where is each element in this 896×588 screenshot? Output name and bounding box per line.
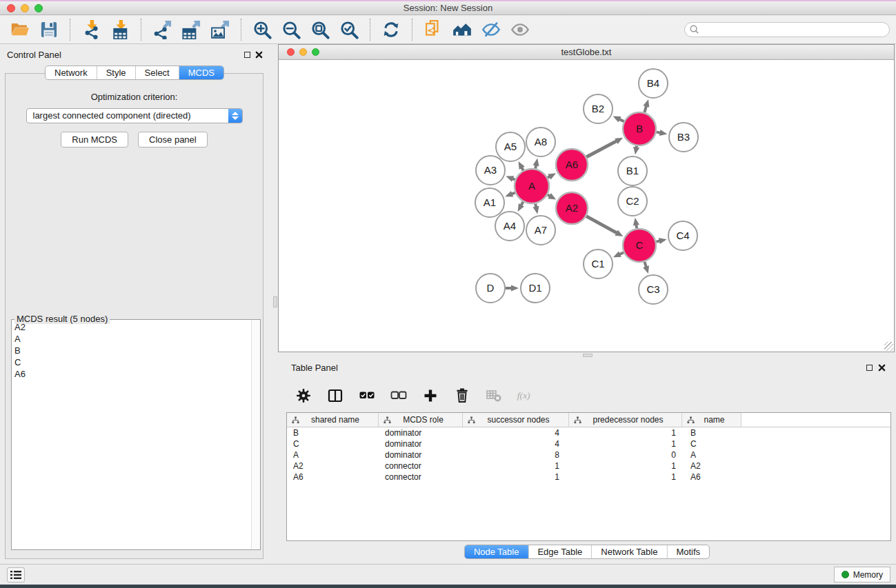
mcds-result-item[interactable]: C xyxy=(12,356,250,368)
control-panel-float-button[interactable] xyxy=(243,50,251,59)
graph-node-B3[interactable]: B3 xyxy=(669,123,698,152)
table-cell[interactable]: A2 xyxy=(287,460,379,472)
column-header-predecessor-nodes[interactable]: predecessor nodes xyxy=(569,413,682,427)
table-cell[interactable]: A6 xyxy=(682,472,741,483)
tab-select[interactable]: Select xyxy=(135,66,179,79)
table-tab-edge-table[interactable]: Edge Table xyxy=(528,545,591,558)
table-cell[interactable]: 0 xyxy=(569,449,682,460)
table-panel-close-button[interactable] xyxy=(877,363,886,372)
criterion-dropdown[interactable]: largest connected component (directed) xyxy=(26,108,243,123)
graph-edge-A-A4[interactable] xyxy=(518,202,524,212)
show-column-icon[interactable] xyxy=(326,387,344,405)
deselect-all-icon[interactable] xyxy=(390,387,407,405)
table-panel-float-button[interactable] xyxy=(865,363,873,372)
graph-edge-A6-B[interactable] xyxy=(586,138,623,157)
export-image-icon[interactable] xyxy=(210,19,230,40)
graph-node-A2[interactable]: A2 xyxy=(556,192,588,224)
table-cell[interactable]: connector xyxy=(379,460,463,472)
graph-node-C[interactable]: C xyxy=(623,229,656,262)
table-tab-node-table[interactable]: Node Table xyxy=(465,545,528,558)
graph-edge-B-B3[interactable] xyxy=(657,130,668,136)
graph-edge-B-B4[interactable] xyxy=(643,99,649,112)
table-cell[interactable]: A2 xyxy=(682,460,741,472)
graph-node-A7[interactable]: A7 xyxy=(526,216,555,245)
graph-edge-D-D1[interactable] xyxy=(506,285,519,291)
table-cell[interactable]: 1 xyxy=(463,460,569,472)
graph-node-A3[interactable]: A3 xyxy=(476,156,505,185)
task-history-button[interactable] xyxy=(7,567,25,582)
mcds-result-item[interactable]: A6 xyxy=(12,368,250,380)
table-cell[interactable]: connector xyxy=(379,472,463,483)
control-panel-close-button[interactable] xyxy=(255,50,263,59)
table-tab-motifs[interactable]: Motifs xyxy=(666,545,709,558)
graph-edge-C-C2[interactable] xyxy=(633,218,639,229)
graph-edge-A-A6[interactable] xyxy=(548,173,556,179)
table-cell[interactable]: dominator xyxy=(379,438,463,449)
graph-node-B4[interactable]: B4 xyxy=(639,69,668,98)
table-cell[interactable]: 1 xyxy=(569,472,682,483)
graph-node-C1[interactable]: C1 xyxy=(584,250,613,278)
select-all-icon[interactable] xyxy=(358,387,375,405)
tab-style[interactable]: Style xyxy=(97,66,135,79)
table-cell[interactable]: 1 xyxy=(569,438,682,449)
graph-edge-C-C4[interactable] xyxy=(656,238,666,244)
column-header-mcds-role[interactable]: MCDS role xyxy=(379,413,463,427)
table-cell[interactable]: B xyxy=(682,427,741,438)
table-cell[interactable]: A xyxy=(682,449,741,460)
table-cell[interactable]: 1 xyxy=(463,472,569,483)
graph-node-B[interactable]: B xyxy=(623,112,656,145)
graph-edge-C-C1[interactable] xyxy=(613,251,624,257)
graph-node-C3[interactable]: C3 xyxy=(639,275,668,304)
create-column-icon[interactable] xyxy=(421,387,439,405)
table-cell[interactable]: 4 xyxy=(463,427,569,438)
graph-node-D[interactable]: D xyxy=(476,274,505,303)
import-network-icon[interactable] xyxy=(81,19,101,40)
tab-mcds[interactable]: MCDS xyxy=(179,66,223,79)
table-cell[interactable]: C xyxy=(682,438,741,449)
graph-node-A8[interactable]: A8 xyxy=(526,128,555,156)
zoom-fit-icon[interactable] xyxy=(310,19,330,40)
mcds-result-scrollbar[interactable] xyxy=(251,320,260,549)
table-row[interactable]: A2connector11A2 xyxy=(287,460,890,472)
table-cell[interactable]: 8 xyxy=(463,449,569,460)
table-options-icon[interactable] xyxy=(295,387,312,405)
refresh-layout-icon[interactable] xyxy=(381,19,401,40)
graph-edge-A-A3[interactable] xyxy=(506,176,515,182)
graph-edge-C-C3[interactable] xyxy=(643,262,649,274)
graph-edge-A2-C[interactable] xyxy=(586,216,623,236)
graph-edge-A-A2[interactable] xyxy=(548,193,556,199)
table-cell[interactable]: 1 xyxy=(569,460,682,472)
graph-node-A5[interactable]: A5 xyxy=(496,132,525,161)
graph-edge-A-A8[interactable] xyxy=(533,159,539,169)
column-header-name[interactable]: name xyxy=(682,413,741,427)
network-canvas[interactable]: B4B2BB3A8A5A6A3B1AC2A1A2A4A7C4CC1C3DD1 xyxy=(279,61,893,351)
open-session-home-icon[interactable] xyxy=(452,19,472,40)
table-cell[interactable]: A xyxy=(287,449,379,460)
table-row[interactable]: Adominator80A xyxy=(287,449,890,460)
hide-selected-icon[interactable] xyxy=(481,19,501,40)
zoom-out-icon[interactable] xyxy=(281,19,301,40)
show-all-icon[interactable] xyxy=(510,19,530,40)
graph-node-B2[interactable]: B2 xyxy=(584,94,613,123)
table-cell[interactable]: dominator xyxy=(379,449,463,460)
table-cell[interactable]: dominator xyxy=(379,427,463,438)
graph-node-D1[interactable]: D1 xyxy=(521,274,550,303)
tab-network[interactable]: Network xyxy=(46,66,97,79)
close-panel-button[interactable]: Close panel xyxy=(138,132,208,148)
graph-edge-A-A1[interactable] xyxy=(505,191,515,197)
graph-edge-A-A5[interactable] xyxy=(519,161,525,170)
table-row[interactable]: Bdominator41B xyxy=(287,427,890,438)
network-resize-grip[interactable] xyxy=(884,342,893,351)
run-mcds-button[interactable]: Run MCDS xyxy=(61,132,128,148)
search-input[interactable] xyxy=(684,22,890,37)
mcds-result-item[interactable]: B xyxy=(12,345,250,356)
graph-node-B1[interactable]: B1 xyxy=(618,156,647,185)
graph-node-A[interactable]: A xyxy=(515,169,549,203)
import-table-icon[interactable] xyxy=(110,19,130,40)
graph-node-C2[interactable]: C2 xyxy=(618,187,647,216)
table-row[interactable]: Cdominator41C xyxy=(287,438,890,449)
horizontal-divider-grip[interactable] xyxy=(583,354,593,357)
graph-edge-B-B1[interactable] xyxy=(633,146,639,155)
column-header-shared-name[interactable]: shared name xyxy=(287,413,379,427)
export-table-icon[interactable] xyxy=(181,19,201,40)
